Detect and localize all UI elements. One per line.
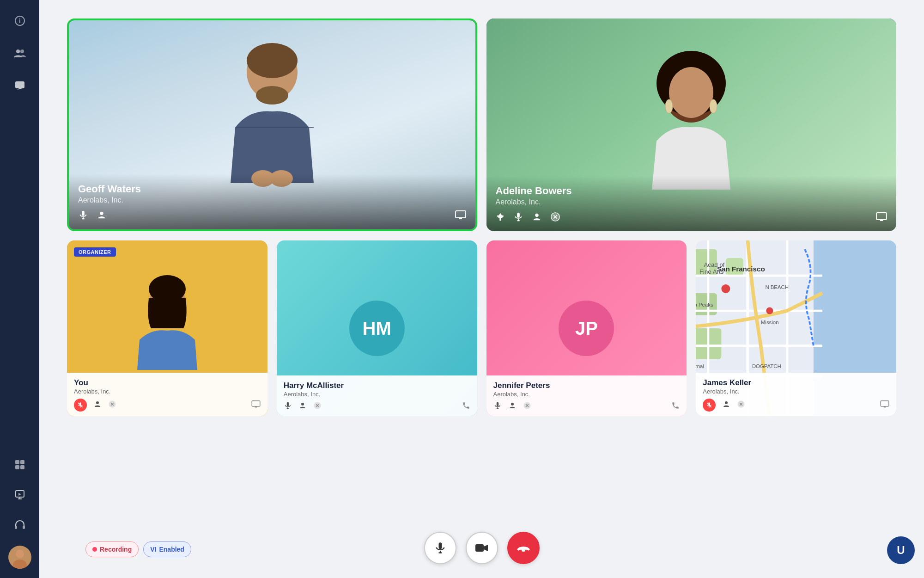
geoff-org: Aerolabs, Inc.: [78, 196, 466, 204]
svg-text:Mission: Mission: [761, 320, 779, 325]
james-actions: [703, 399, 889, 412]
harry-mic-icon[interactable]: [284, 401, 292, 412]
vi-badge[interactable]: VI Enabled: [143, 541, 191, 557]
svg-point-95: [725, 401, 728, 404]
you-person-icon[interactable]: [93, 400, 102, 410]
james-org: Aerolabs, Inc.: [703, 388, 889, 395]
james-person-icon[interactable]: [722, 400, 730, 410]
info-icon[interactable]: i: [8, 9, 31, 32]
you-close-icon[interactable]: [108, 400, 116, 410]
you-screen-icon[interactable]: [251, 400, 261, 410]
top-right-avatar[interactable]: U: [887, 536, 915, 564]
chat-icon[interactable]: [8, 74, 31, 97]
adeline-pin-icon[interactable]: [496, 212, 505, 224]
participant-card-adeline: Adeline Bowers Aerolabs, Inc.: [486, 18, 897, 231]
headphones-icon[interactable]: [8, 513, 31, 536]
you-org: Aerolabs, Inc.: [74, 388, 261, 395]
jennifer-person-icon[interactable]: [508, 401, 517, 412]
geoff-mic-icon[interactable]: [78, 210, 88, 222]
video-button[interactable]: [466, 532, 498, 564]
svg-text:Acad of: Acad of: [704, 261, 725, 268]
svg-point-15: [247, 43, 298, 78]
svg-text:Bernal: Bernal: [696, 363, 704, 369]
james-overlay: James Keller Aerolabs, Inc.: [696, 373, 896, 416]
harry-actions: [284, 401, 470, 412]
svg-rect-61: [496, 402, 498, 406]
vi-label: VI: [150, 546, 156, 553]
grid-icon[interactable]: [8, 453, 31, 476]
jennifer-mic-icon[interactable]: [493, 401, 502, 412]
enabled-label: Enabled: [159, 546, 184, 553]
svg-text:N BEACH: N BEACH: [766, 284, 789, 290]
svg-point-2: [16, 49, 20, 53]
svg-rect-10: [15, 526, 17, 529]
svg-point-47: [96, 401, 99, 404]
end-call-button[interactable]: [507, 532, 540, 564]
svg-point-64: [511, 403, 514, 406]
jennifer-initials: JP: [559, 301, 614, 356]
harry-phone-icon[interactable]: [462, 401, 470, 412]
adeline-person-icon[interactable]: [532, 212, 542, 224]
jennifer-close-icon[interactable]: [523, 401, 531, 412]
adeline-org: Aerolabs, Inc.: [496, 198, 888, 206]
harry-initials: HM: [349, 301, 405, 356]
toolbar: [424, 532, 540, 564]
svg-rect-6: [20, 460, 24, 464]
harry-person-icon[interactable]: [298, 401, 307, 412]
james-screen-icon[interactable]: [880, 400, 889, 410]
harry-overlay: Harry McAllister Aerolabs, Inc.: [277, 375, 477, 416]
svg-point-16: [256, 86, 288, 105]
you-actions: [74, 399, 261, 412]
adeline-actions: [496, 212, 888, 224]
svg-point-57: [301, 403, 304, 406]
adeline-screen-icon[interactable]: [876, 212, 887, 224]
people-icon[interactable]: [8, 42, 31, 65]
svg-text:i: i: [19, 17, 21, 25]
svg-point-29: [669, 67, 713, 118]
svg-text:Twin Peaks: Twin Peaks: [696, 302, 713, 307]
geoff-overlay: Geoff Waters Aerolabs, Inc.: [69, 174, 475, 229]
svg-point-3: [20, 49, 24, 53]
jennifer-phone-icon[interactable]: [671, 401, 680, 412]
adeline-close-icon[interactable]: [550, 212, 560, 224]
svg-rect-11: [23, 526, 25, 529]
svg-point-31: [710, 99, 717, 113]
geoff-screen-icon[interactable]: [455, 210, 466, 222]
mic-button[interactable]: [424, 532, 456, 564]
jennifer-overlay: Jennifer Peters Aerolabs, Inc.: [486, 375, 687, 416]
adeline-mic-icon[interactable]: [513, 212, 523, 224]
svg-rect-32: [517, 213, 520, 218]
user-initial: U: [897, 544, 905, 557]
share-icon[interactable]: [8, 483, 31, 506]
svg-rect-39: [876, 213, 887, 220]
svg-rect-5: [15, 460, 19, 464]
svg-rect-51: [252, 401, 260, 406]
main-content: Geoff Waters Aerolabs, Inc.: [39, 0, 924, 578]
recording-label: Recording: [100, 546, 132, 553]
svg-rect-105: [475, 544, 484, 552]
geoff-name: Geoff Waters: [78, 183, 466, 195]
jennifer-org: Aerolabs, Inc.: [493, 391, 680, 398]
jennifer-actions: [493, 401, 680, 412]
svg-point-30: [665, 99, 673, 113]
harry-close-icon[interactable]: [313, 401, 322, 412]
svg-rect-24: [456, 211, 466, 218]
organizer-badge: ORGANIZER: [74, 247, 116, 257]
svg-rect-99: [881, 401, 889, 406]
sidebar: i: [0, 0, 39, 578]
participant-card-geoff: Geoff Waters Aerolabs, Inc.: [67, 18, 477, 231]
participant-card-you: ORGANIZER You Aerolabs, Inc.: [67, 240, 267, 416]
james-mic-muted-icon[interactable]: [703, 399, 716, 412]
recording-badge[interactable]: Recording: [85, 541, 139, 557]
adeline-overlay: Adeline Bowers Aerolabs, Inc.: [486, 176, 897, 231]
geoff-person-icon[interactable]: [97, 210, 107, 222]
you-mic-muted-icon[interactable]: [74, 399, 87, 412]
user-avatar[interactable]: [8, 546, 31, 569]
you-overlay: You Aerolabs, Inc.: [67, 373, 267, 416]
jennifer-name: Jennifer Peters: [493, 381, 680, 390]
james-close-icon[interactable]: [737, 400, 745, 410]
svg-text:Fine Arts: Fine Arts: [699, 268, 724, 275]
svg-point-12: [16, 550, 24, 558]
james-name: James Keller: [703, 378, 889, 387]
svg-rect-7: [15, 465, 19, 469]
